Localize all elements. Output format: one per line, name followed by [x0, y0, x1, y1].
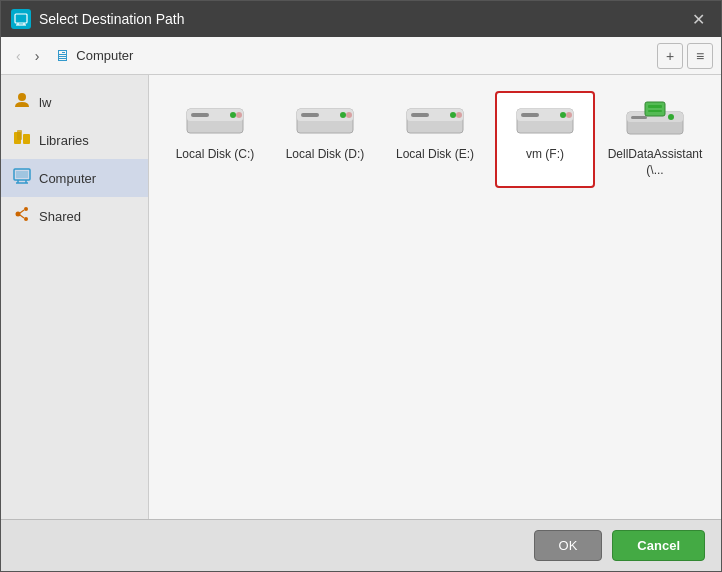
svg-point-27: [346, 112, 352, 118]
svg-point-22: [236, 112, 242, 118]
svg-point-13: [16, 212, 21, 217]
library-icon: [13, 129, 31, 151]
close-button[interactable]: ✕: [686, 8, 711, 31]
nav-bar: ‹ › 🖥 Computer + ≡: [1, 37, 721, 75]
network-drive-icon: [623, 101, 687, 141]
sidebar: lw Libraries: [1, 75, 149, 519]
file-item-c[interactable]: Local Disk (C:): [165, 91, 265, 188]
svg-point-36: [560, 112, 566, 118]
user-icon: [13, 91, 31, 113]
file-item-c-label: Local Disk (C:): [176, 147, 255, 163]
svg-point-37: [566, 112, 572, 118]
sidebar-item-computer-label: Computer: [39, 171, 96, 186]
svg-rect-40: [631, 116, 647, 119]
new-folder-button[interactable]: +: [657, 43, 683, 69]
svg-rect-43: [648, 110, 662, 112]
svg-point-21: [230, 112, 236, 118]
main-content: lw Libraries: [1, 75, 721, 519]
svg-rect-35: [521, 113, 539, 117]
sidebar-item-computer[interactable]: Computer: [1, 159, 148, 197]
svg-rect-6: [23, 134, 30, 144]
svg-rect-25: [301, 113, 319, 117]
file-item-dell[interactable]: DellDataAssistant (\...: [605, 91, 705, 188]
location-bar: 🖥 Computer: [54, 47, 657, 65]
svg-rect-41: [645, 102, 665, 116]
app-icon: [11, 9, 31, 29]
svg-point-4: [18, 93, 26, 101]
hdd-c-icon: [183, 101, 247, 141]
svg-point-31: [450, 112, 456, 118]
back-button[interactable]: ‹: [9, 44, 28, 68]
svg-rect-20: [191, 113, 209, 117]
svg-rect-42: [648, 105, 662, 108]
file-item-d-label: Local Disk (D:): [286, 147, 365, 163]
cancel-button[interactable]: Cancel: [612, 530, 705, 561]
svg-rect-30: [411, 113, 429, 117]
dialog: Select Destination Path ✕ ‹ › 🖥 Computer…: [0, 0, 722, 572]
sidebar-item-libraries[interactable]: Libraries: [1, 121, 148, 159]
svg-line-17: [20, 215, 24, 218]
file-item-dell-label: DellDataAssistant (\...: [608, 147, 703, 178]
sidebar-item-shared-label: Shared: [39, 209, 81, 224]
hdd-d-icon: [293, 101, 357, 141]
svg-point-15: [24, 217, 28, 221]
location-text: Computer: [76, 48, 133, 63]
file-item-e-label: Local Disk (E:): [396, 147, 474, 163]
computer-icon: [13, 167, 31, 189]
title-bar: Select Destination Path ✕: [1, 1, 721, 37]
footer: OK Cancel: [1, 519, 721, 571]
sidebar-item-libraries-label: Libraries: [39, 133, 89, 148]
shared-icon: [13, 205, 31, 227]
location-icon: 🖥: [54, 47, 70, 65]
sidebar-item-shared[interactable]: Shared: [1, 197, 148, 235]
svg-point-32: [456, 112, 462, 118]
ok-button[interactable]: OK: [534, 530, 603, 561]
svg-point-26: [340, 112, 346, 118]
file-area: Local Disk (C:) Local Disk (D:): [149, 75, 721, 519]
file-item-d[interactable]: Local Disk (D:): [275, 91, 375, 188]
svg-point-44: [668, 114, 674, 120]
svg-rect-7: [17, 130, 22, 140]
svg-line-16: [20, 210, 24, 213]
svg-rect-0: [15, 14, 27, 23]
dialog-title: Select Destination Path: [39, 11, 686, 27]
svg-rect-12: [16, 171, 28, 178]
sidebar-item-lw[interactable]: lw: [1, 83, 148, 121]
file-item-f-label: vm (F:): [526, 147, 564, 163]
hdd-f-icon: [513, 101, 577, 141]
hdd-e-icon: [403, 101, 467, 141]
file-item-f[interactable]: vm (F:): [495, 91, 595, 188]
svg-point-14: [24, 207, 28, 211]
file-item-e[interactable]: Local Disk (E:): [385, 91, 485, 188]
forward-button[interactable]: ›: [28, 44, 47, 68]
nav-actions: + ≡: [657, 43, 713, 69]
sidebar-item-lw-label: lw: [39, 95, 51, 110]
view-toggle-button[interactable]: ≡: [687, 43, 713, 69]
